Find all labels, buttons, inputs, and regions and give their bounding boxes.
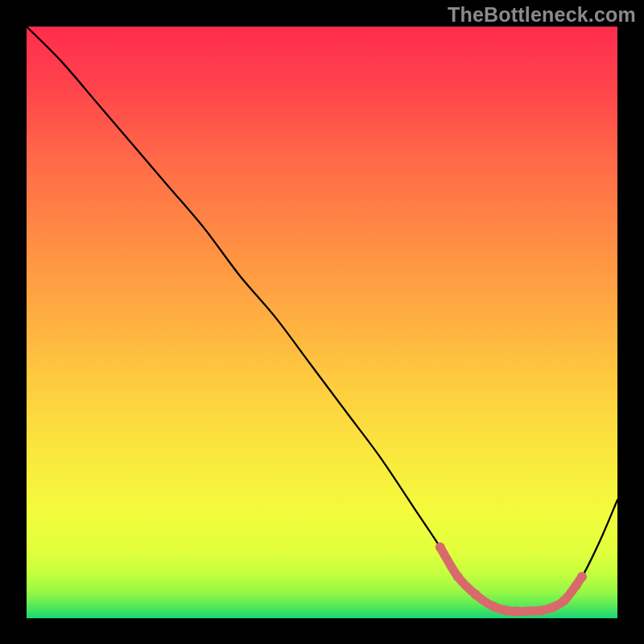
optimal-dot	[501, 605, 510, 615]
optimal-dot	[436, 543, 445, 552]
optimal-dot	[512, 606, 522, 616]
plot-background	[27, 27, 617, 618]
chart-container: TheBottleneck.com	[0, 0, 644, 644]
watermark-text: TheBottleneck.com	[448, 3, 636, 27]
optimal-dot	[547, 603, 557, 613]
optimal-dot	[453, 572, 463, 582]
optimal-dot	[572, 581, 581, 591]
optimal-dot	[524, 606, 534, 616]
optimal-dot	[577, 572, 587, 582]
optimal-dot	[559, 596, 569, 605]
bottleneck-curve-chart	[0, 0, 644, 644]
optimal-dot	[536, 605, 546, 615]
optimal-dot	[471, 590, 481, 600]
optimal-dot	[489, 601, 498, 611]
